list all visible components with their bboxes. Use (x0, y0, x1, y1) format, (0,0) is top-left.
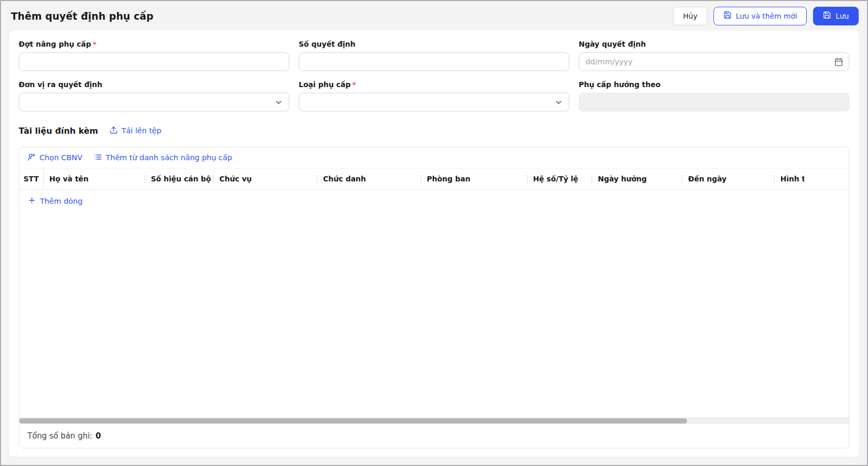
allowance-basis-input (579, 93, 849, 111)
choose-cbnv-link[interactable]: Chọn CBNV (27, 153, 82, 163)
column-header-he-so-ty-le: Hệ số/Tỷ lệ (527, 168, 592, 189)
decision-date-input[interactable] (579, 52, 849, 71)
form-card: Đợt nâng phụ cấp* Số quyết định Ngày quy… (9, 31, 859, 457)
add-from-list-label: Thêm từ danh sách nâng phụ cấp (106, 153, 232, 162)
raise-batch-input[interactable] (19, 52, 289, 71)
issuing-unit-select[interactable] (19, 93, 289, 111)
save-button-label: Lưu (835, 12, 849, 20)
column-header-chuc-vu: Chức vụ (213, 168, 317, 189)
upload-file-label: Tải lên tệp (121, 126, 161, 135)
column-header-den-ngay: Đến ngày (682, 168, 774, 189)
upload-icon (109, 126, 118, 136)
allowance-type-select[interactable] (299, 93, 569, 111)
column-header-phong-ban: Phòng ban (421, 168, 527, 189)
decision-number-input[interactable] (299, 52, 569, 71)
calendar-icon[interactable] (834, 57, 843, 66)
required-asterisk: * (352, 80, 356, 89)
column-header-filler (804, 168, 849, 189)
add-row-label: Thêm dòng (40, 197, 82, 205)
chevron-down-icon (554, 97, 563, 107)
field-decision-number: Số quyết định (299, 40, 569, 71)
field-issuing-unit: Đơn vị ra quyết định (19, 80, 289, 111)
table-body: Thêm dòng (19, 190, 849, 417)
save-and-new-button-label: Lưu và thêm mới (736, 12, 797, 20)
add-row-link[interactable]: Thêm dòng (27, 196, 82, 206)
attachments-row: Tài liệu đính kèm Tải lên tệp (19, 123, 849, 138)
column-header-hinh-thuc-clipped: Hình t (774, 168, 804, 189)
required-asterisk: * (93, 40, 96, 48)
cancel-button[interactable]: Hủy (673, 7, 707, 25)
decision-number-label: Số quyết định (299, 40, 356, 48)
form-grid: Đợt nâng phụ cấp* Số quyết định Ngày quy… (19, 40, 849, 111)
plus-icon (27, 196, 36, 206)
topbar-actions: Hủy Lưu và thêm mới Lưu (673, 7, 859, 25)
table-footer: Tổng số bản ghi: 0 (19, 424, 849, 448)
table-toolbar: Chọn CBNV Thêm từ danh sách nâng phụ cấp (19, 147, 849, 168)
add-from-list-link[interactable]: Thêm từ danh sách nâng phụ cấp (94, 153, 232, 163)
chevron-down-icon (274, 97, 283, 107)
column-header-ho-va-ten: Họ và tên (43, 168, 145, 189)
total-records-label: Tổng số bản ghi: (27, 431, 92, 441)
decision-date-label: Ngày quyết định (579, 40, 646, 48)
save-button[interactable]: Lưu (813, 7, 859, 25)
page-title: Thêm quyết định phụ cấp (11, 10, 153, 22)
save-icon (723, 11, 732, 21)
topbar: Thêm quyết định phụ cấp Hủy Lưu và thêm … (1, 1, 867, 31)
field-decision-date: Ngày quyết định (579, 40, 849, 71)
total-records-value: 0 (95, 431, 101, 441)
issuing-unit-label: Đơn vị ra quyết định (19, 80, 102, 89)
save-and-new-button[interactable]: Lưu và thêm mới (713, 7, 807, 25)
user-plus-icon (27, 153, 36, 163)
upload-file-link[interactable]: Tải lên tệp (109, 126, 161, 136)
cancel-button-label: Hủy (683, 12, 697, 20)
field-raise-batch: Đợt nâng phụ cấp* (19, 40, 289, 71)
column-header-so-hieu-can-bo: Số hiệu cán bộ (145, 168, 213, 189)
field-allowance-type: Loại phụ cấp* (299, 80, 569, 111)
table-header-row: STT Họ và tên Số hiệu cán bộ Chức vụ Chứ… (19, 168, 849, 190)
list-icon (94, 153, 102, 163)
app-window: Thêm quyết định phụ cấp Hủy Lưu và thêm … (0, 0, 868, 466)
horizontal-scrollbar[interactable] (19, 417, 849, 424)
employees-table: Chọn CBNV Thêm từ danh sách nâng phụ cấp… (19, 147, 849, 448)
choose-cbnv-label: Chọn CBNV (39, 153, 82, 162)
column-header-chuc-danh: Chức danh (317, 168, 421, 189)
attachments-title: Tài liệu đính kèm (19, 126, 98, 136)
allowance-type-label: Loại phụ cấp (299, 80, 351, 89)
save-icon (823, 11, 831, 21)
column-header-stt: STT (19, 168, 43, 189)
horizontal-scrollbar-thumb[interactable] (19, 418, 687, 423)
allowance-basis-label: Phụ cấp hưởng theo (579, 80, 661, 89)
column-header-ngay-huong: Ngày hưởng (592, 168, 682, 189)
raise-batch-label: Đợt nâng phụ cấp (19, 40, 91, 48)
field-allowance-basis: Phụ cấp hưởng theo (579, 80, 849, 111)
